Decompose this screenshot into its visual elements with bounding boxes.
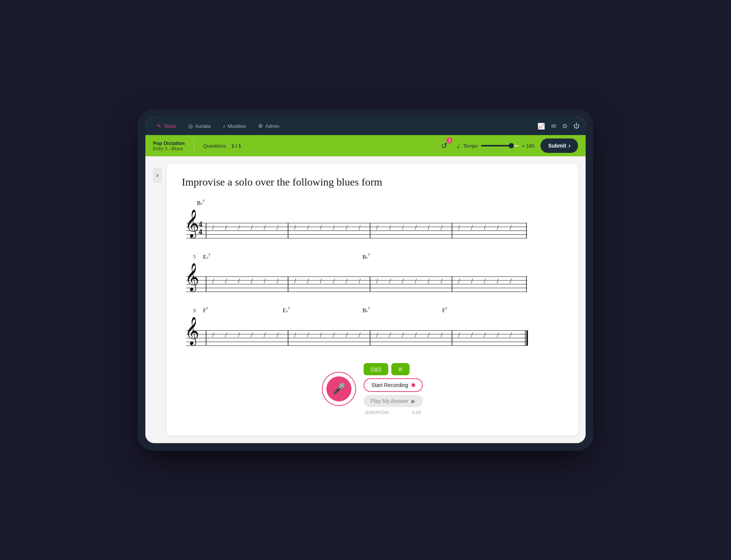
staff-svg-3: 𝄞 / / / [182,315,531,349]
svg-text:/: / [320,277,322,285]
svg-text:/: / [497,224,499,231]
svg-text:/: / [415,331,417,339]
svg-text:/: / [441,277,443,285]
questions-label: Questions: [203,143,227,149]
replay-button[interactable]: ↺ 3 [437,139,451,153]
question-card: Improvise a solo over the following blue… [167,164,578,436]
mic-button[interactable]: 🎤 [322,372,356,406]
svg-text:/: / [441,331,443,339]
svg-text:/: / [441,224,443,231]
svg-text:/: / [376,277,378,285]
tempo-slider-thumb [509,143,514,148]
toolbar-title-main: Pop Dictation [153,140,185,146]
svg-text:/: / [471,277,473,285]
play-answer-label: Play My Answer [370,398,408,404]
svg-text:/: / [471,331,473,339]
svg-text:/: / [389,224,391,231]
svg-text:/: / [402,331,404,339]
toolbar-divider [194,140,194,151]
toolbar-title-sub: Entry 3 - Blues [153,146,185,151]
svg-text:/: / [294,224,296,231]
svg-text:/: / [484,277,486,285]
toolbar-questions: Questions: 1 / 1 [203,143,241,149]
svg-text:/: / [212,224,214,231]
cut-button[interactable]: ⊘ [391,363,410,375]
toolbar-title: Pop Dictation Entry 3 - Blues [153,140,185,151]
staff-row-1: B♭7 𝄞 4 4 [182,199,563,244]
svg-text:/: / [225,331,227,339]
svg-text:4: 4 [199,228,202,236]
staff-svg-2: 𝄞 / / / / [182,261,531,296]
svg-text:/: / [277,224,279,231]
device-frame: ✎ Tasks ◎ Auralia ♪ Musition ⚙ Admin � [138,109,593,451]
nav-tab-tasks[interactable]: ✎ Tasks [151,120,181,132]
svg-text:/: / [428,331,430,339]
mail-icon[interactable]: ✉ [551,123,556,130]
recording-top-buttons: ((ψ)) ⊘ [364,363,422,375]
svg-text:/: / [484,224,486,231]
svg-text:/: / [251,277,253,285]
svg-text:/: / [333,224,335,231]
musition-label: Musition [228,123,246,129]
svg-text:/: / [294,277,296,285]
device-inner: ✎ Tasks ◎ Auralia ♪ Musition ⚙ Admin � [145,117,586,443]
tempo-label: Tempo [463,143,478,149]
svg-text:/: / [238,224,240,231]
svg-text:/: / [497,331,499,339]
svg-text:/: / [346,331,348,339]
svg-text:/: / [458,277,460,285]
start-recording-button[interactable]: Start Recording [364,378,422,392]
duration-value: 0:00 [412,410,421,415]
tempo-slider[interactable] [481,145,519,146]
svg-text:/: / [389,277,391,285]
submit-button[interactable]: Submit › [540,138,578,153]
sidebar-toggle[interactable]: › [153,168,162,183]
svg-text:/: / [359,224,361,231]
nav-tab-musition[interactable]: ♪ Musition [217,120,251,132]
svg-text:/: / [428,224,430,231]
recording-controls: 🎤 ((ψ)) ⊘ Start Rec [182,360,563,415]
settings-icon[interactable]: ⚙ [562,123,567,130]
chevron-right-icon: › [156,172,158,179]
svg-text:/: / [294,331,296,339]
svg-text:/: / [402,224,404,231]
tempo-slider-container[interactable] [481,145,519,146]
svg-text:/: / [251,331,253,339]
tempo-value: = 180 [522,143,534,149]
svg-text:/: / [510,277,512,285]
nav-tab-auralia[interactable]: ◎ Auralia [183,120,216,132]
nav-tab-admin[interactable]: ⚙ Admin [253,120,285,132]
cut-icon: ⊘ [398,366,403,372]
svg-text:/: / [359,331,361,339]
start-recording-label: Start Recording [371,382,408,388]
auralia-icon: ◎ [188,123,193,129]
svg-text:/: / [346,277,348,285]
svg-text:/: / [402,277,404,285]
svg-text:/: / [225,224,227,231]
nav-actions: 📈 ✉ ⚙ ⏻ [537,123,580,130]
svg-text:/: / [264,224,266,231]
svg-text:/: / [238,277,240,285]
wave-button[interactable]: ((ψ)) [364,363,388,375]
svg-text:/: / [484,331,486,339]
svg-text:/: / [320,331,322,339]
replay-badge: 3 [446,137,452,143]
svg-text:/: / [333,277,335,285]
logout-icon[interactable]: ⏻ [573,123,580,130]
play-answer-button[interactable]: Play My Answer ▶ [364,395,422,407]
mic-icon: 🎤 [332,382,346,395]
svg-text:/: / [320,224,322,231]
admin-label: Admin [265,123,279,129]
tasks-icon: ✎ [157,123,161,129]
recording-dot [411,383,415,387]
metronome-icon: ♩ [457,142,460,149]
tasks-label: Tasks [164,123,176,129]
chart-icon[interactable]: 📈 [537,123,545,130]
svg-text:/: / [277,277,279,285]
svg-text:/: / [458,331,460,339]
svg-text:/: / [428,277,430,285]
toolbar-tempo: ♩ Tempo = 180 [457,142,534,149]
svg-text:/: / [510,331,512,339]
auralia-label: Auralia [195,123,210,129]
play-icon: ▶ [411,398,416,404]
